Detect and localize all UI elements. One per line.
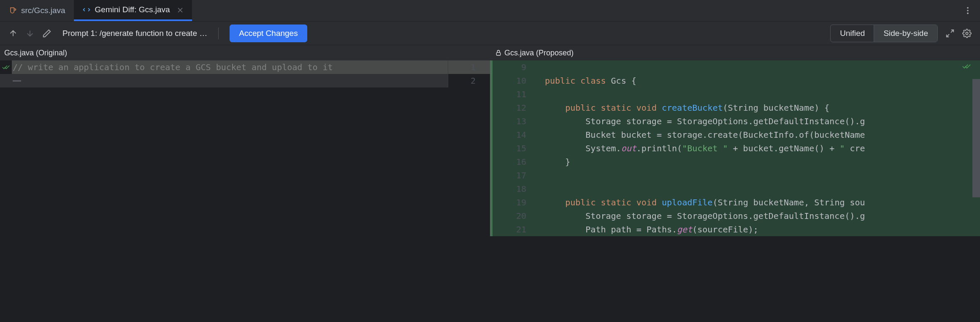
toggle-unified[interactable]: Unified	[831, 25, 874, 42]
svg-point-3	[966, 32, 968, 35]
code-line[interactable]: 15 System.out.println("Bucket " + bucket…	[490, 142, 980, 155]
code-line[interactable]: 19 public static void uploadFile(String …	[490, 196, 980, 209]
code-line[interactable]: 14 Bucket bucket = storage.create(Bucket…	[490, 128, 980, 142]
tabs-bar: src/Gcs.java Gemini Diff: Gcs.java	[0, 0, 980, 22]
tab-gemini-diff[interactable]: Gemini Diff: Gcs.java	[74, 0, 192, 21]
original-pane[interactable]: // write an application to create a GCS …	[0, 60, 490, 322]
line-number: 20	[490, 209, 545, 223]
proposed-pane[interactable]: 910public class Gcs {1112 public static …	[490, 60, 980, 322]
scrollbar-thumb[interactable]	[972, 79, 980, 197]
diff-icon	[82, 5, 91, 14]
line-number: 11	[490, 87, 545, 101]
code-line[interactable]: 20 Storage storage = StorageOptions.getD…	[490, 209, 980, 223]
toggle-side-by-side[interactable]: Side-by-side	[874, 25, 937, 42]
line-number: 13	[490, 115, 545, 128]
header-proposed: Gcs.java (Proposed)	[490, 45, 980, 60]
code-content[interactable]: Bucket bucket = storage.create(BucketInf…	[545, 128, 980, 142]
code-line[interactable]: // write an application to create a GCS …	[0, 60, 490, 74]
line-number: 1	[448, 60, 490, 74]
code-line[interactable]: 9	[490, 60, 980, 74]
svg-rect-4	[496, 52, 500, 55]
code-content[interactable]: Storage storage = StorageOptions.getDefa…	[545, 209, 980, 223]
prompt-text: Prompt 1: /generate function to create …	[62, 29, 207, 38]
code-line[interactable]: 21 Path path = Paths.get(sourceFile);	[490, 223, 980, 236]
svg-point-1	[967, 10, 969, 11]
code-content[interactable]: Path path = Paths.get(sourceFile);	[545, 223, 980, 236]
code-content[interactable]	[545, 60, 980, 74]
close-icon[interactable]	[177, 6, 184, 13]
code-content[interactable]: System.out.println("Bucket " + bucket.ge…	[545, 142, 980, 155]
tab-file-gcs[interactable]: src/Gcs.java	[0, 0, 74, 21]
line-number: 21	[490, 223, 545, 236]
line-number: 19	[490, 196, 545, 209]
line-number: 18	[490, 182, 545, 196]
view-mode-toggle: Unified Side-by-side	[830, 25, 938, 42]
line-number: 12	[490, 101, 545, 115]
collapse-icon[interactable]	[945, 29, 955, 38]
code-line[interactable]: 12 public static void createBucket(Strin…	[490, 101, 980, 115]
line-number: 10	[490, 74, 545, 87]
tab-label: src/Gcs.java	[21, 6, 65, 15]
code-line[interactable]: 16 }	[490, 155, 980, 169]
line-number: 16	[490, 155, 545, 169]
code-line[interactable]: 13 Storage storage = StorageOptions.getD…	[490, 115, 980, 128]
code-line[interactable]: 2	[0, 74, 490, 87]
line-number: 15	[490, 142, 545, 155]
svg-point-2	[967, 13, 969, 14]
code-line[interactable]: 10public class Gcs {	[490, 74, 980, 87]
arrow-down-icon[interactable]	[25, 29, 35, 38]
lock-icon	[495, 49, 502, 56]
accept-changes-button[interactable]: Accept Changes	[230, 25, 307, 42]
code-content[interactable]	[545, 182, 980, 196]
header-original: Gcs.java (Original)	[0, 45, 490, 60]
header-original-label: Gcs.java (Original)	[4, 49, 67, 57]
code-content[interactable]: }	[545, 155, 980, 169]
tab-label: Gemini Diff: Gcs.java	[95, 5, 170, 14]
line-number: 2	[448, 74, 490, 87]
code-content[interactable]: // write an application to create a GCS …	[12, 60, 448, 74]
arrow-up-icon[interactable]	[8, 29, 18, 38]
svg-point-0	[967, 7, 969, 9]
line-number: 9	[490, 60, 545, 74]
pane-headers: Gcs.java (Original) Gcs.java (Proposed)	[0, 45, 980, 60]
gutter	[0, 74, 12, 87]
code-line[interactable]: 18	[490, 182, 980, 196]
code-line[interactable]: 11	[490, 87, 980, 101]
gutter	[0, 60, 12, 74]
code-line[interactable]: 17	[490, 169, 980, 182]
header-proposed-label: Gcs.java (Proposed)	[504, 49, 574, 57]
more-vertical-icon[interactable]	[963, 6, 972, 15]
code-content[interactable]: public static void uploadFile(String buc…	[545, 196, 980, 209]
gear-icon[interactable]	[962, 29, 972, 38]
code-content[interactable]: public static void createBucket(String b…	[545, 101, 980, 115]
scrollbar[interactable]	[972, 60, 980, 322]
java-cup-icon	[8, 6, 17, 15]
checks-ok-icon	[962, 63, 971, 71]
code-content[interactable]	[545, 169, 980, 182]
diff-toolbar: Prompt 1: /generate function to create ……	[0, 22, 980, 45]
line-number: 17	[490, 169, 545, 182]
edit-icon[interactable]	[42, 29, 51, 38]
code-content[interactable]: public class Gcs {	[545, 74, 980, 87]
divider	[218, 27, 219, 39]
line-number: 14	[490, 128, 545, 142]
code-content[interactable]	[545, 87, 980, 101]
code-content[interactable]: Storage storage = StorageOptions.getDefa…	[545, 115, 980, 128]
diff-container: // write an application to create a GCS …	[0, 60, 980, 322]
code-content[interactable]	[12, 74, 448, 87]
